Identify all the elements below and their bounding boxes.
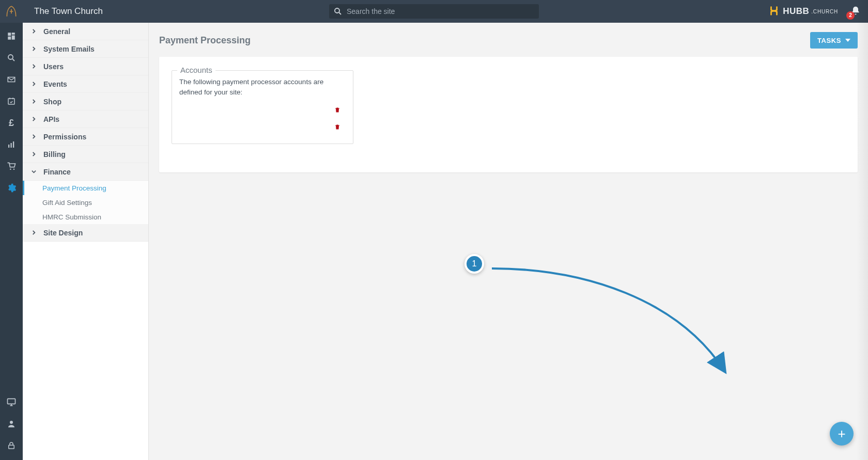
chevron-right-icon xyxy=(30,117,37,121)
trash-icon[interactable] xyxy=(334,106,340,115)
topbar: The Town Church HUBB .CHURCH 2 xyxy=(0,0,868,23)
add-fab-button[interactable]: + xyxy=(830,422,854,446)
nav-label: Events xyxy=(43,80,67,88)
rail-display-icon[interactable] xyxy=(0,397,23,407)
nav-item-events[interactable]: Events xyxy=(23,75,148,93)
nav-item-apis[interactable]: APIs xyxy=(23,110,148,128)
accounts-intro: The following payment processor accounts… xyxy=(179,77,346,98)
nav-item-finance[interactable]: Finance xyxy=(23,163,148,181)
svg-rect-8 xyxy=(8,99,14,104)
chevron-down-icon xyxy=(30,169,37,174)
nav-label: Site Design xyxy=(43,229,83,237)
caret-down-icon xyxy=(845,39,850,42)
nav-item-permissions[interactable]: Permissions xyxy=(23,128,148,146)
account-row[interactable]: The Town Church xyxy=(179,120,346,135)
nav-item-billing[interactable]: Billing xyxy=(23,146,148,163)
search-input[interactable] xyxy=(329,4,539,19)
rail-dashboard-icon[interactable] xyxy=(0,31,23,41)
rail-chart-icon[interactable] xyxy=(0,139,23,150)
rail-cart-icon[interactable] xyxy=(0,161,23,171)
brand-subtext: .CHURCH xyxy=(811,9,838,14)
chevron-right-icon xyxy=(30,64,37,69)
svg-rect-2 xyxy=(8,33,11,36)
svg-rect-5 xyxy=(8,37,11,40)
nav-item-site-design[interactable]: Site Design xyxy=(23,224,148,242)
svg-rect-16 xyxy=(9,445,14,449)
svg-rect-3 xyxy=(12,33,15,35)
chevron-right-icon xyxy=(30,134,37,139)
tasks-label: TASKS xyxy=(817,37,841,44)
rail-lock-icon[interactable] xyxy=(0,440,23,451)
svg-point-15 xyxy=(10,421,13,424)
brand-logo-icon xyxy=(768,5,780,18)
nav-sub-label: Payment Processing xyxy=(42,184,106,192)
nav-label: Users xyxy=(43,62,64,71)
main-content: Payment Processing TASKS Accounts The fo… xyxy=(149,23,868,460)
svg-rect-4 xyxy=(12,36,15,40)
page-header: Payment Processing TASKS xyxy=(159,32,858,49)
nav-sub-gift-aid[interactable]: Gift Aid Settings xyxy=(23,195,148,210)
app-logo xyxy=(0,0,23,23)
chevron-right-icon xyxy=(30,152,37,156)
svg-point-12 xyxy=(10,169,11,170)
nav-label: Permissions xyxy=(43,133,86,141)
account-row[interactable]: Hubb Processing xyxy=(179,103,346,118)
brand-text: HUBB xyxy=(783,6,809,17)
chevron-right-icon xyxy=(30,46,37,51)
page-title: Payment Processing xyxy=(159,35,251,46)
rail-search-icon[interactable] xyxy=(0,53,23,63)
nav-label: Finance xyxy=(43,168,71,176)
plus-icon: + xyxy=(838,426,845,442)
svg-point-13 xyxy=(13,169,15,170)
svg-rect-14 xyxy=(8,399,16,404)
nav-sub-label: HMRC Submission xyxy=(42,213,101,221)
nav-sub-hmrc[interactable]: HMRC Submission xyxy=(23,210,148,224)
nav-item-system-emails[interactable]: System Emails xyxy=(23,40,148,58)
svg-line-1 xyxy=(339,12,341,14)
chevron-right-icon xyxy=(30,99,37,104)
rail-mail-icon[interactable] xyxy=(0,74,23,85)
rail-user-icon[interactable] xyxy=(0,419,23,429)
svg-rect-9 xyxy=(8,145,9,148)
rail-pound-icon[interactable]: £ xyxy=(0,118,23,128)
nav-label: General xyxy=(43,27,70,36)
nav-label: System Emails xyxy=(43,45,95,53)
nav-item-users[interactable]: Users xyxy=(23,58,148,75)
accounts-fieldset: Accounts The following payment processor… xyxy=(172,70,353,144)
account-name: Hubb Processing xyxy=(184,107,242,115)
search-icon xyxy=(333,7,343,18)
nav-sub-payment-processing[interactable]: Payment Processing xyxy=(23,181,148,195)
chevron-right-icon xyxy=(30,230,37,235)
tasks-dropdown-button[interactable]: TASKS xyxy=(810,32,858,49)
callout-step-badge: 1 xyxy=(464,254,484,274)
nav-item-general[interactable]: General xyxy=(23,23,148,40)
nav-tree: General System Emails Users Events Shop … xyxy=(23,23,149,460)
svg-point-6 xyxy=(8,55,13,59)
svg-rect-10 xyxy=(11,143,12,148)
search-wrap xyxy=(329,4,539,19)
notification-badge: 2 xyxy=(846,11,855,20)
chevron-right-icon xyxy=(30,29,37,34)
trash-icon[interactable] xyxy=(334,123,340,132)
nav-label: APIs xyxy=(43,115,59,123)
svg-rect-11 xyxy=(13,141,14,148)
nav-item-shop[interactable]: Shop xyxy=(23,93,148,110)
app-title: The Town Church xyxy=(34,6,103,17)
icon-rail: £ xyxy=(0,23,23,460)
nav-sub-label: Gift Aid Settings xyxy=(42,199,92,207)
rail-calendar-icon[interactable] xyxy=(0,96,23,106)
svg-point-0 xyxy=(335,8,339,13)
accounts-card: Accounts The following payment processor… xyxy=(159,57,858,172)
nav-label: Billing xyxy=(43,150,66,158)
nav-label: Shop xyxy=(43,98,61,106)
notifications-button[interactable]: 2 xyxy=(850,6,861,18)
account-name: The Town Church xyxy=(184,124,243,132)
rail-settings-icon[interactable] xyxy=(0,183,23,193)
svg-line-7 xyxy=(12,59,14,61)
chevron-right-icon xyxy=(30,82,37,86)
accounts-legend: Accounts xyxy=(177,66,215,74)
brand: HUBB .CHURCH 2 xyxy=(768,5,861,18)
